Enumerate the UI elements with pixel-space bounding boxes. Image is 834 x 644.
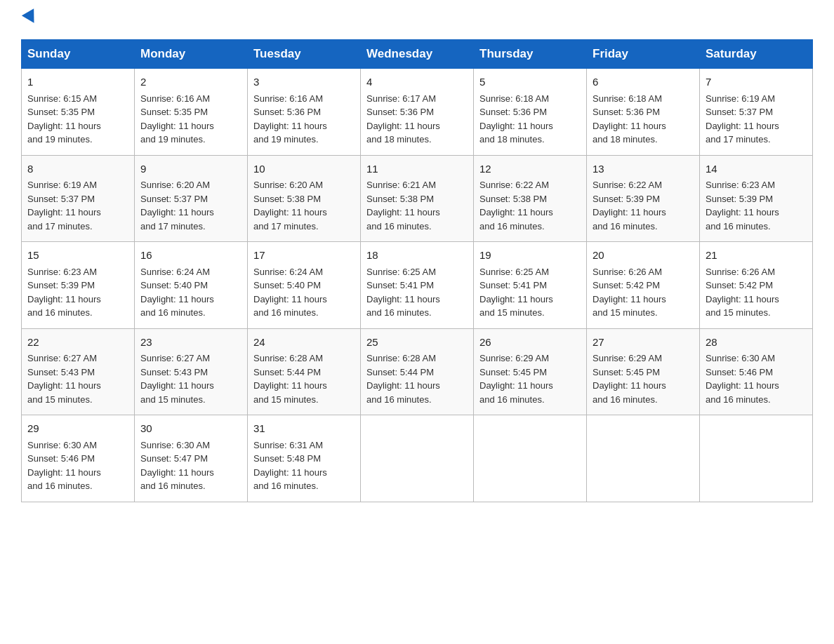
calendar-cell: 8 Sunrise: 6:19 AMSunset: 5:37 PMDayligh… — [22, 155, 135, 242]
day-info: Sunrise: 6:28 AMSunset: 5:44 PMDaylight:… — [253, 353, 327, 405]
day-info: Sunrise: 6:26 AMSunset: 5:42 PMDaylight:… — [593, 267, 666, 318]
calendar-cell: 25 Sunrise: 6:28 AMSunset: 5:44 PMDaylig… — [361, 328, 474, 415]
calendar-cell: 31 Sunrise: 6:31 AMSunset: 5:48 PMDaylig… — [248, 415, 361, 502]
day-info: Sunrise: 6:23 AMSunset: 5:39 PMDaylight:… — [27, 267, 101, 318]
day-number: 22 — [27, 335, 128, 351]
calendar-table: SundayMondayTuesdayWednesdayThursdayFrid… — [21, 39, 813, 502]
day-number: 8 — [27, 161, 128, 177]
weekday-header-monday: Monday — [135, 40, 248, 69]
week-row-1: 1 Sunrise: 6:15 AMSunset: 5:35 PMDayligh… — [22, 69, 813, 156]
calendar-cell: 12 Sunrise: 6:22 AMSunset: 5:38 PMDaylig… — [474, 155, 587, 242]
day-number: 23 — [140, 335, 241, 351]
day-number: 31 — [253, 421, 355, 437]
day-number: 2 — [140, 74, 241, 90]
week-row-3: 15 Sunrise: 6:23 AMSunset: 5:39 PMDaylig… — [22, 242, 813, 329]
day-number: 9 — [140, 161, 241, 177]
day-info: Sunrise: 6:17 AMSunset: 5:36 PMDaylight:… — [366, 93, 440, 145]
day-number: 24 — [253, 335, 355, 351]
day-info: Sunrise: 6:25 AMSunset: 5:41 PMDaylight:… — [479, 267, 553, 318]
day-number: 18 — [366, 248, 468, 264]
calendar-cell: 11 Sunrise: 6:21 AMSunset: 5:38 PMDaylig… — [361, 155, 474, 242]
day-info: Sunrise: 6:23 AMSunset: 5:39 PMDaylight:… — [706, 180, 779, 232]
calendar-cell: 14 Sunrise: 6:23 AMSunset: 5:39 PMDaylig… — [700, 155, 813, 242]
calendar-cell: 9 Sunrise: 6:20 AMSunset: 5:37 PMDayligh… — [135, 155, 248, 242]
day-number: 10 — [253, 161, 355, 177]
weekday-header-friday: Friday — [587, 40, 700, 69]
weekday-header-thursday: Thursday — [474, 40, 587, 69]
day-info: Sunrise: 6:30 AMSunset: 5:46 PMDaylight:… — [27, 440, 101, 492]
logo — [21, 14, 38, 27]
calendar-cell: 29 Sunrise: 6:30 AMSunset: 5:46 PMDaylig… — [22, 415, 135, 502]
day-info: Sunrise: 6:27 AMSunset: 5:43 PMDaylight:… — [140, 353, 214, 405]
calendar-cell: 16 Sunrise: 6:24 AMSunset: 5:40 PMDaylig… — [135, 242, 248, 329]
calendar-cell — [587, 415, 700, 502]
weekday-header-wednesday: Wednesday — [361, 40, 474, 69]
day-info: Sunrise: 6:18 AMSunset: 5:36 PMDaylight:… — [593, 93, 666, 145]
day-number: 11 — [366, 161, 468, 177]
day-number: 28 — [706, 335, 807, 351]
day-number: 19 — [479, 248, 581, 264]
calendar-cell: 18 Sunrise: 6:25 AMSunset: 5:41 PMDaylig… — [361, 242, 474, 329]
day-number: 27 — [593, 335, 694, 351]
day-info: Sunrise: 6:19 AMSunset: 5:37 PMDaylight:… — [27, 180, 101, 232]
calendar-cell: 15 Sunrise: 6:23 AMSunset: 5:39 PMDaylig… — [22, 242, 135, 329]
day-number: 21 — [706, 248, 807, 264]
day-info: Sunrise: 6:15 AMSunset: 5:35 PMDaylight:… — [27, 93, 101, 145]
calendar-cell: 23 Sunrise: 6:27 AMSunset: 5:43 PMDaylig… — [135, 328, 248, 415]
calendar-cell: 7 Sunrise: 6:19 AMSunset: 5:37 PMDayligh… — [700, 69, 813, 156]
calendar-cell: 6 Sunrise: 6:18 AMSunset: 5:36 PMDayligh… — [587, 69, 700, 156]
calendar-cell: 1 Sunrise: 6:15 AMSunset: 5:35 PMDayligh… — [22, 69, 135, 156]
day-number: 15 — [27, 248, 128, 264]
day-info: Sunrise: 6:24 AMSunset: 5:40 PMDaylight:… — [140, 267, 214, 318]
day-info: Sunrise: 6:22 AMSunset: 5:38 PMDaylight:… — [479, 180, 553, 232]
day-info: Sunrise: 6:30 AMSunset: 5:46 PMDaylight:… — [706, 353, 779, 405]
week-row-2: 8 Sunrise: 6:19 AMSunset: 5:37 PMDayligh… — [22, 155, 813, 242]
day-info: Sunrise: 6:28 AMSunset: 5:44 PMDaylight:… — [366, 353, 440, 405]
calendar-cell: 21 Sunrise: 6:26 AMSunset: 5:42 PMDaylig… — [700, 242, 813, 329]
calendar-cell — [361, 415, 474, 502]
day-number: 6 — [593, 74, 694, 90]
calendar-cell: 30 Sunrise: 6:30 AMSunset: 5:47 PMDaylig… — [135, 415, 248, 502]
day-number: 30 — [140, 421, 241, 437]
calendar-cell: 13 Sunrise: 6:22 AMSunset: 5:39 PMDaylig… — [587, 155, 700, 242]
day-info: Sunrise: 6:18 AMSunset: 5:36 PMDaylight:… — [479, 93, 553, 145]
weekday-header-sunday: Sunday — [22, 40, 135, 69]
day-number: 29 — [27, 421, 128, 437]
day-info: Sunrise: 6:20 AMSunset: 5:38 PMDaylight:… — [253, 180, 327, 232]
weekday-header-tuesday: Tuesday — [248, 40, 361, 69]
day-info: Sunrise: 6:29 AMSunset: 5:45 PMDaylight:… — [593, 353, 666, 405]
calendar-cell: 28 Sunrise: 6:30 AMSunset: 5:46 PMDaylig… — [700, 328, 813, 415]
calendar-cell — [700, 415, 813, 502]
day-info: Sunrise: 6:24 AMSunset: 5:40 PMDaylight:… — [253, 267, 327, 318]
day-info: Sunrise: 6:25 AMSunset: 5:41 PMDaylight:… — [366, 267, 440, 318]
day-number: 17 — [253, 248, 355, 264]
day-info: Sunrise: 6:19 AMSunset: 5:37 PMDaylight:… — [706, 93, 779, 145]
day-number: 5 — [479, 74, 581, 90]
day-number: 7 — [706, 74, 807, 90]
calendar-cell: 27 Sunrise: 6:29 AMSunset: 5:45 PMDaylig… — [587, 328, 700, 415]
day-info: Sunrise: 6:27 AMSunset: 5:43 PMDaylight:… — [27, 353, 101, 405]
calendar-cell: 2 Sunrise: 6:16 AMSunset: 5:35 PMDayligh… — [135, 69, 248, 156]
calendar-cell: 4 Sunrise: 6:17 AMSunset: 5:36 PMDayligh… — [361, 69, 474, 156]
day-number: 16 — [140, 248, 241, 264]
calendar-cell: 20 Sunrise: 6:26 AMSunset: 5:42 PMDaylig… — [587, 242, 700, 329]
day-info: Sunrise: 6:16 AMSunset: 5:35 PMDaylight:… — [140, 93, 214, 145]
day-number: 3 — [253, 74, 355, 90]
logo-triangle-icon — [22, 8, 40, 27]
weekday-header-saturday: Saturday — [700, 40, 813, 69]
day-number: 13 — [593, 161, 694, 177]
day-number: 25 — [366, 335, 468, 351]
calendar-cell: 24 Sunrise: 6:28 AMSunset: 5:44 PMDaylig… — [248, 328, 361, 415]
day-info: Sunrise: 6:16 AMSunset: 5:36 PMDaylight:… — [253, 93, 327, 145]
day-number: 14 — [706, 161, 807, 177]
calendar-cell: 3 Sunrise: 6:16 AMSunset: 5:36 PMDayligh… — [248, 69, 361, 156]
day-info: Sunrise: 6:31 AMSunset: 5:48 PMDaylight:… — [253, 440, 327, 492]
day-number: 20 — [593, 248, 694, 264]
day-info: Sunrise: 6:21 AMSunset: 5:38 PMDaylight:… — [366, 180, 440, 232]
week-row-4: 22 Sunrise: 6:27 AMSunset: 5:43 PMDaylig… — [22, 328, 813, 415]
week-row-5: 29 Sunrise: 6:30 AMSunset: 5:46 PMDaylig… — [22, 415, 813, 502]
calendar-cell: 19 Sunrise: 6:25 AMSunset: 5:41 PMDaylig… — [474, 242, 587, 329]
calendar-cell: 10 Sunrise: 6:20 AMSunset: 5:38 PMDaylig… — [248, 155, 361, 242]
calendar-cell: 17 Sunrise: 6:24 AMSunset: 5:40 PMDaylig… — [248, 242, 361, 329]
calendar-cell — [474, 415, 587, 502]
